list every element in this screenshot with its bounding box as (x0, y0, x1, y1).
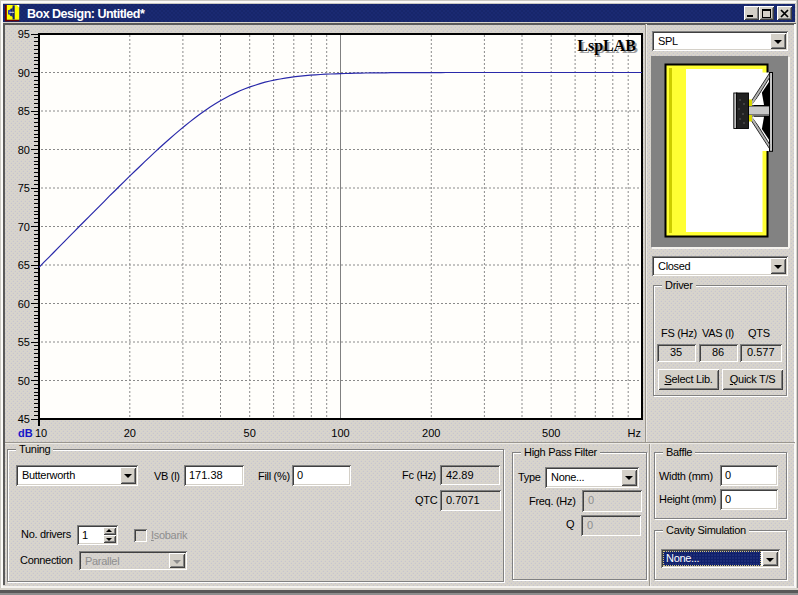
svg-text:50: 50 (18, 375, 30, 387)
svg-text:20: 20 (124, 427, 136, 439)
svg-text:65: 65 (18, 259, 30, 271)
svg-text:80: 80 (18, 144, 30, 156)
svg-text:50: 50 (244, 427, 256, 439)
svg-text:LspLAB: LspLAB (577, 37, 636, 55)
svg-text:Hz: Hz (628, 427, 641, 439)
svg-text:70: 70 (18, 221, 30, 233)
svg-text:95: 95 (18, 28, 30, 40)
svg-text:dB: dB (18, 427, 33, 439)
svg-text:55: 55 (18, 336, 30, 348)
svg-text:60: 60 (18, 298, 30, 310)
svg-text:85: 85 (18, 105, 30, 117)
svg-text:75: 75 (18, 182, 30, 194)
svg-text:200: 200 (422, 427, 440, 439)
svg-text:500: 500 (542, 427, 560, 439)
svg-text:10: 10 (35, 427, 47, 439)
svg-text:100: 100 (331, 427, 349, 439)
svg-text:90: 90 (18, 67, 30, 79)
svg-text:45: 45 (18, 413, 30, 425)
